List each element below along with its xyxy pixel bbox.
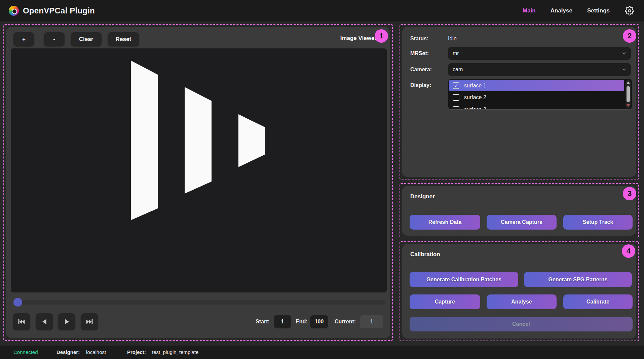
capture-button[interactable]: Capture	[410, 294, 480, 309]
previous-frame-icon	[40, 318, 48, 326]
current-frame-input[interactable]	[360, 315, 383, 328]
timeline-slider-handle[interactable]	[13, 298, 22, 307]
reset-button[interactable]: Reset	[108, 32, 139, 46]
list-item-surface-1[interactable]: ✓ surface 1	[449, 80, 624, 91]
camera-capture-button[interactable]: Camera Capture	[487, 215, 557, 230]
setup-track-button[interactable]: Setup Track	[563, 215, 633, 230]
camera-select[interactable]: cam	[448, 63, 631, 76]
app-window: OpenVPCal Plugin Main Analyse Settings 1…	[0, 0, 644, 359]
clear-button[interactable]: Clear	[71, 32, 102, 46]
display-surface-list[interactable]: ✓ surface 1 surface 2 surface 3	[448, 79, 632, 110]
list-item-label: surface 3	[464, 107, 486, 110]
nav-tab-settings[interactable]: Settings	[587, 7, 610, 14]
start-label: Start:	[256, 315, 270, 328]
status-panel: 2 Status: Idle MRSet: mr Camera: cam Dis…	[400, 24, 639, 180]
project-value: test_plugin_template	[152, 346, 198, 359]
skip-to-start-button[interactable]	[13, 313, 30, 330]
chevron-down-icon	[621, 51, 627, 57]
timeline-slider-track[interactable]	[13, 300, 385, 305]
status-bar: Connected Designer: localhost Project: t…	[0, 346, 644, 359]
nav-tab-main[interactable]: Main	[523, 7, 536, 14]
list-item-label: surface 2	[464, 94, 486, 101]
led-wall-preview-image	[11, 48, 387, 292]
designer-host-value: localhost	[86, 346, 106, 359]
list-scrollbar[interactable]	[626, 80, 631, 108]
calibration-panel: 4 Calibration Generate Calibration Patch…	[400, 241, 639, 341]
image-viewer-canvas[interactable]	[11, 48, 387, 292]
generate-calibration-patches-button[interactable]: Generate Calibration Patches	[410, 272, 518, 287]
mrset-select[interactable]: mr	[448, 47, 631, 60]
nav-tab-analyse[interactable]: Analyse	[551, 7, 572, 14]
connection-status: Connected	[13, 346, 38, 359]
mrset-selected-value: mr	[453, 50, 459, 56]
list-item-label: surface 1	[464, 83, 486, 89]
play-icon	[63, 318, 71, 326]
scrollbar-thumb[interactable]	[627, 86, 630, 102]
cancel-button[interactable]: Cancel	[410, 317, 633, 331]
list-item-surface-3[interactable]: surface 3	[449, 104, 624, 110]
scroll-up-icon[interactable]	[627, 81, 630, 84]
chevron-down-icon	[621, 67, 627, 74]
aperture-logo-icon	[9, 6, 19, 16]
calibration-title: Calibration	[410, 251, 440, 258]
panel-badge-3: 3	[623, 187, 636, 200]
end-label: End:	[296, 315, 308, 328]
camera-selected-value: cam	[453, 67, 463, 73]
calibrate-button[interactable]: Calibrate	[563, 294, 633, 309]
app-title: OpenVPCal Plugin	[23, 0, 95, 22]
panel-badge-4: 4	[622, 244, 635, 258]
image-viewer-panel: 1 + - Clear Reset Image Viewer	[3, 24, 393, 341]
designer-host-label: Designer:	[56, 346, 80, 359]
camera-label: Camera:	[410, 67, 432, 73]
start-frame-input[interactable]	[274, 315, 291, 328]
top-bar: OpenVPCal Plugin Main Analyse Settings	[0, 0, 644, 22]
status-value: Idle	[448, 36, 457, 42]
list-item-surface-2[interactable]: surface 2	[449, 92, 624, 103]
panel-badge-1: 1	[375, 29, 388, 43]
checkbox-unchecked-icon[interactable]	[453, 106, 459, 110]
project-label: Project:	[127, 346, 146, 359]
status-label: Status:	[410, 36, 428, 42]
settings-gear-icon[interactable]	[624, 6, 635, 16]
generate-spg-patterns-button[interactable]: Generate SPG Patterns	[524, 272, 632, 287]
zoom-in-button[interactable]: +	[13, 32, 34, 46]
skip-end-icon	[85, 318, 93, 326]
designer-title: Designer	[410, 193, 435, 200]
main-nav: Main Analyse Settings	[523, 0, 635, 22]
refresh-data-button[interactable]: Refresh Data	[410, 215, 480, 230]
mrset-label: MRSet:	[410, 50, 429, 56]
designer-panel: 3 Designer Refresh Data Camera Capture S…	[400, 183, 639, 238]
skip-to-end-button[interactable]	[81, 313, 98, 330]
analyse-button[interactable]: Analyse	[487, 294, 557, 309]
viewer-title: Image Viewer	[340, 35, 377, 42]
display-label: Display:	[410, 82, 431, 88]
play-button[interactable]	[58, 313, 75, 330]
checkbox-unchecked-icon[interactable]	[453, 94, 459, 101]
step-back-button[interactable]	[36, 313, 53, 330]
panel-badge-2: 2	[623, 29, 636, 43]
checkbox-checked-icon[interactable]: ✓	[453, 82, 459, 89]
zoom-out-button[interactable]: -	[44, 32, 65, 46]
current-label: Current:	[335, 315, 356, 328]
skip-start-icon	[17, 318, 26, 326]
scroll-down-icon[interactable]	[627, 104, 630, 107]
end-frame-input[interactable]	[310, 315, 328, 328]
